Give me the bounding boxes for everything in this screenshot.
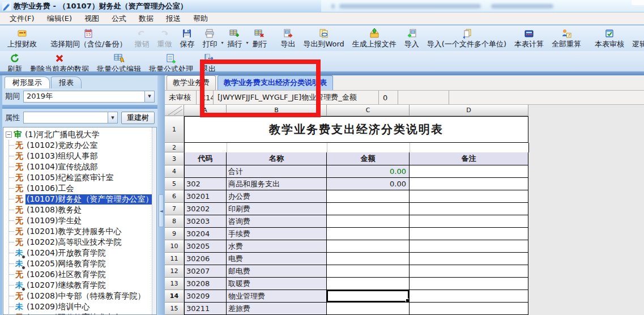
tree-item[interactable]: 无(10104)宣传统战部 bbox=[9, 161, 156, 172]
toolbar-main-button-10[interactable]: 导出 bbox=[276, 27, 299, 49]
cell-name[interactable]: 手续费 bbox=[227, 228, 327, 240]
row-header-7[interactable]: 7 bbox=[165, 203, 184, 215]
tree-item[interactable]: 无(10103)组织人事部 bbox=[9, 151, 156, 161]
toolbar-secondary-button-4[interactable]: 退出 bbox=[197, 52, 220, 71]
cell-amount[interactable] bbox=[327, 190, 410, 203]
menu-item-2[interactable]: 视图 bbox=[78, 12, 105, 25]
cell-note[interactable] bbox=[410, 228, 528, 240]
tree-item[interactable]: 无(10107)财务处（资产管理办公室） bbox=[9, 194, 156, 205]
tree-item[interactable]: −审(1)河北广播电视大学 bbox=[6, 129, 156, 140]
tree-item[interactable]: 无(10109)学生处 bbox=[9, 215, 156, 226]
cell-code[interactable]: 30207 bbox=[184, 265, 227, 278]
chevron-down-icon[interactable]: ▼ bbox=[108, 112, 117, 123]
cell-name[interactable]: 物业管理费 bbox=[227, 290, 327, 303]
cell-code[interactable]: 30203 bbox=[184, 215, 227, 228]
cell-name[interactable]: 商品和服务支出 bbox=[227, 178, 327, 190]
tree-expander-icon[interactable]: − bbox=[6, 131, 12, 138]
cell-code[interactable]: 30201 bbox=[184, 190, 227, 203]
cell-code[interactable]: 30205 bbox=[184, 240, 227, 253]
tree-item[interactable]: 无(10105)纪检监察审计室 bbox=[9, 172, 156, 183]
menu-item-5[interactable]: 报送 bbox=[160, 12, 187, 25]
tree-item-label[interactable]: (10105)纪检监察审计室 bbox=[25, 173, 114, 183]
cell-note[interactable] bbox=[410, 278, 528, 290]
row-header-1[interactable]: 1 bbox=[165, 116, 184, 143]
row-header-13[interactable]: 13 bbox=[165, 278, 184, 290]
toolbar-secondary-button-0[interactable]: 刷新 bbox=[3, 52, 26, 71]
rebuild-tree-button[interactable]: 重建树 bbox=[121, 112, 155, 124]
toolbar-secondary-button-1[interactable]: 删除当前表的数据 bbox=[26, 52, 93, 71]
tree-item[interactable]: 未(10207)继续教育学院 bbox=[9, 280, 156, 291]
active-cell[interactable] bbox=[327, 290, 410, 303]
cell-name[interactable]: 合计 bbox=[227, 165, 327, 178]
cell-empty[interactable] bbox=[227, 143, 327, 152]
cell-note[interactable] bbox=[410, 190, 528, 203]
toolbar-main-button-15[interactable]: 本表计算 bbox=[510, 27, 548, 49]
cell-amount[interactable] bbox=[327, 228, 410, 240]
tree-item[interactable]: 未(10209)培训中心 bbox=[9, 301, 156, 312]
cell-note[interactable] bbox=[410, 203, 528, 215]
cell-name[interactable]: 咨询费 bbox=[227, 215, 327, 228]
cell-code[interactable]: 30202 bbox=[184, 203, 227, 215]
row-header-4[interactable]: 4 bbox=[165, 165, 184, 178]
sidebar-tab-0[interactable]: 树形显示 bbox=[5, 76, 50, 88]
tree-item[interactable]: 无(10202)高等职业技术学院 bbox=[9, 237, 156, 248]
table-header-3[interactable]: 备注 bbox=[410, 152, 528, 165]
menu-item-3[interactable]: 公式 bbox=[105, 12, 133, 25]
tree-item[interactable]: 无(10208)中专部（特殊教育学院） bbox=[9, 291, 156, 301]
cell-amount[interactable] bbox=[327, 278, 410, 290]
tree-item-label[interactable]: (10108)教务处 bbox=[25, 205, 83, 215]
cell-amount[interactable] bbox=[327, 215, 410, 228]
tree-item-label[interactable]: (10103)组织人事部 bbox=[25, 151, 99, 161]
table-header-2[interactable]: 金额 bbox=[327, 152, 410, 165]
row-header-14[interactable]: 14 bbox=[165, 290, 184, 303]
chevron-down-icon[interactable]: ▼ bbox=[144, 91, 154, 102]
tree-item[interactable]: 无(10108)教务处 bbox=[9, 205, 156, 215]
sheet-tab-1[interactable]: 教学业务费支出经济分类说明表 bbox=[217, 75, 333, 90]
toolbar-secondary-button-3[interactable]: 批量公式处理 bbox=[145, 52, 197, 71]
cell-name[interactable]: 取暖费 bbox=[227, 278, 327, 290]
sidebar-tab-1[interactable]: 报表 bbox=[51, 76, 82, 88]
menu-item-6[interactable]: 帮助 bbox=[187, 12, 214, 25]
cell-amount[interactable] bbox=[327, 265, 410, 278]
cell-note[interactable] bbox=[410, 303, 528, 315]
cell-name[interactable]: 办公费 bbox=[227, 190, 327, 203]
row-header-6[interactable]: 6 bbox=[165, 190, 184, 203]
cell-amount[interactable] bbox=[327, 253, 410, 265]
row-header-12[interactable]: 12 bbox=[165, 265, 184, 278]
toolbar-main-button-8[interactable]: 删行 bbox=[248, 27, 271, 49]
toolbar-main-button-7[interactable]: 插行 bbox=[223, 27, 246, 49]
cell-empty[interactable] bbox=[410, 143, 528, 152]
toolbar-main-button-18[interactable]: 本表审核 bbox=[591, 27, 628, 49]
cell-amount[interactable]: 0.00 bbox=[327, 178, 410, 190]
cell-name[interactable]: 水费 bbox=[227, 240, 327, 253]
cell-code[interactable]: 30211 bbox=[184, 303, 227, 315]
tree-scrollbar[interactable] bbox=[152, 127, 156, 314]
cell-name[interactable]: 电费 bbox=[227, 253, 327, 265]
column-header-B[interactable]: B bbox=[227, 105, 327, 116]
cell-note[interactable] bbox=[410, 265, 528, 278]
toolbar-main-button-6[interactable]: 打印 bbox=[198, 27, 221, 49]
sheet-title-cell[interactable]: 教学业务费支出经济分类说明表 bbox=[184, 116, 528, 143]
tree-item[interactable]: 未(10205)网络教育学院 bbox=[9, 258, 156, 269]
cell-name[interactable]: 差旅费 bbox=[227, 303, 327, 315]
select-all-corner[interactable] bbox=[165, 105, 184, 116]
toolbar-main-button-2[interactable]: 15选择期间（含位/备份） bbox=[46, 27, 130, 49]
toolbar-main-button-11[interactable]: 导出到Word bbox=[299, 27, 348, 49]
cell-note[interactable] bbox=[410, 240, 528, 253]
toolbar-main-button-12[interactable]: 生成上报文件 bbox=[348, 27, 400, 49]
cell-empty[interactable] bbox=[185, 143, 227, 152]
cell-code[interactable] bbox=[184, 165, 227, 178]
attribute-combobox[interactable]: ▼ bbox=[23, 112, 118, 124]
cell-amount[interactable] bbox=[327, 303, 410, 315]
tree-item-label[interactable]: (10207)继续教育学院 bbox=[25, 280, 106, 291]
row-header-5[interactable]: 5 bbox=[165, 178, 184, 190]
toolbar-main-button-5[interactable]: 保存 bbox=[176, 27, 198, 49]
menu-item-1[interactable]: 编辑(E) bbox=[41, 12, 78, 25]
tree-item-label[interactable]: (10205)网络教育学院 bbox=[25, 259, 106, 269]
column-header-D[interactable]: D bbox=[410, 105, 528, 116]
cell-note[interactable] bbox=[410, 165, 528, 178]
period-combobox[interactable]: 2019年 ▼ bbox=[23, 91, 155, 103]
row-header-8[interactable]: 8 bbox=[165, 215, 184, 228]
tree-item[interactable]: 无(10106)工会 bbox=[9, 183, 156, 194]
tree-item-label[interactable]: (10202)高等职业技术学院 bbox=[25, 237, 122, 248]
